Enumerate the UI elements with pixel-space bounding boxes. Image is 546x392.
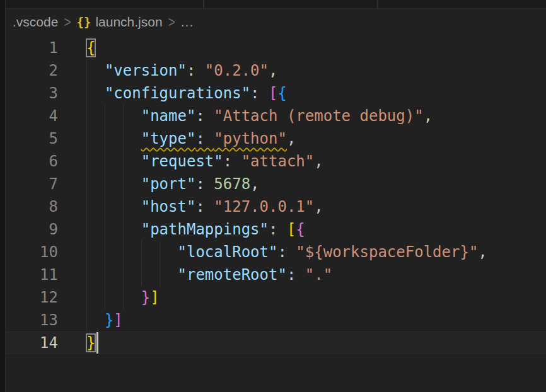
- line-body[interactable]: "port": 5678,: [58, 173, 546, 195]
- tab-bar[interactable]: [6, 0, 546, 9]
- indent-guide: [86, 150, 87, 173]
- breadcrumb: .vscode > {} launch.json > ...: [6, 9, 546, 34]
- indent-guide: [86, 82, 87, 105]
- line-number[interactable]: 3: [6, 82, 58, 105]
- line-body[interactable]: {: [58, 37, 546, 59]
- line-body[interactable]: "host": "127.0.0.1",: [58, 195, 546, 218]
- code-line[interactable]: 3 "configurations": [{: [6, 82, 546, 105]
- line-body[interactable]: "pathMappings": [{: [58, 218, 546, 241]
- chevron-right-icon: >: [64, 13, 71, 31]
- token-pun: ,: [424, 107, 433, 125]
- code-text: "localRoot": "${workspaceFolder}",: [86, 241, 487, 263]
- line-number[interactable]: 10: [6, 241, 58, 263]
- code-line[interactable]: 9 "pathMappings": [{: [6, 218, 546, 241]
- line-body[interactable]: }]: [58, 286, 546, 309]
- code-line[interactable]: 14}: [6, 331, 546, 354]
- token-ws: [86, 107, 141, 125]
- indent-guide: [123, 263, 124, 286]
- code-editor[interactable]: 1{2 "version": "0.2.0",3 "configurations…: [6, 34, 546, 392]
- line-number[interactable]: 9: [6, 218, 58, 241]
- indent-guide: [123, 150, 124, 173]
- token-pun: :: [223, 153, 241, 170]
- indent-guide: [160, 241, 160, 263]
- code-text: "pathMappings": [{: [86, 218, 305, 241]
- code-text: "request": "attach",: [86, 150, 323, 173]
- token-ws: [86, 84, 105, 102]
- line-body[interactable]: "configurations": [{: [58, 82, 546, 105]
- line-number[interactable]: 12: [6, 286, 58, 309]
- line-body[interactable]: }]: [58, 309, 546, 331]
- token-str: ".": [305, 266, 332, 284]
- line-number[interactable]: 11: [6, 263, 58, 286]
- line-number[interactable]: 1: [6, 37, 58, 59]
- token-b1: }: [86, 334, 95, 352]
- line-body[interactable]: "type": "python",: [58, 127, 546, 150]
- tab-divider: [203, 0, 204, 8]
- line-body[interactable]: "localRoot": "${workspaceFolder}",: [58, 241, 546, 263]
- code-text: "remoteRoot": ".": [86, 263, 332, 286]
- indent-guide: [105, 150, 105, 173]
- token-pun: ,: [314, 198, 323, 216]
- line-body[interactable]: "request": "attach",: [58, 150, 546, 173]
- breadcrumb-folder[interactable]: .vscode: [13, 14, 58, 30]
- token-num: 5678: [214, 175, 250, 193]
- indent-guide: [86, 309, 87, 331]
- token-ws: [86, 266, 178, 284]
- line-body[interactable]: }: [58, 331, 546, 354]
- line-number[interactable]: 4: [6, 105, 58, 127]
- token-pun: :: [195, 175, 214, 193]
- line-number[interactable]: 8: [6, 195, 58, 218]
- line-number[interactable]: 5: [6, 127, 58, 150]
- indent-guide: [86, 218, 87, 241]
- token-pun: ,: [269, 62, 277, 79]
- token-pun: ,: [250, 175, 259, 193]
- tab-divider: [377, 0, 378, 8]
- code-line[interactable]: 2 "version": "0.2.0",: [6, 59, 546, 82]
- token-key: "pathMappings": [141, 221, 269, 238]
- token-key: "version": [105, 62, 187, 79]
- code-line[interactable]: 1{: [6, 37, 546, 59]
- indent-guide: [123, 286, 124, 309]
- line-number[interactable]: 7: [6, 173, 58, 195]
- indent-guide: [105, 105, 105, 127]
- line-number[interactable]: 13: [6, 309, 58, 331]
- sidebar-edge: [0, 0, 6, 392]
- indent-guide: [86, 241, 87, 263]
- indent-guide: [160, 263, 160, 286]
- line-number[interactable]: 2: [6, 59, 58, 82]
- line-number[interactable]: 14: [6, 331, 58, 354]
- code-line[interactable]: 10 "localRoot": "${workspaceFolder}",: [6, 241, 546, 263]
- line-body[interactable]: "remoteRoot": ".": [58, 263, 546, 286]
- token-str: "127.0.0.1": [214, 198, 314, 216]
- text-cursor: [96, 332, 98, 354]
- breadcrumb-file[interactable]: launch.json: [95, 14, 162, 30]
- token-key: "port": [141, 175, 196, 193]
- token-ws: [86, 243, 178, 261]
- token-ws: [86, 198, 141, 216]
- indent-guide: [105, 195, 105, 218]
- code-line[interactable]: 12 }]: [6, 286, 546, 309]
- code-line[interactable]: 8 "host": "127.0.0.1",: [6, 195, 546, 218]
- line-body[interactable]: "name": "Attach (remote debug)",: [58, 105, 546, 127]
- token-b1: [: [287, 221, 296, 238]
- token-b1: {: [86, 39, 95, 57]
- token-b1: ]: [150, 289, 159, 306]
- line-number[interactable]: 6: [6, 150, 58, 173]
- code-line[interactable]: 7 "port": 5678,: [6, 173, 546, 195]
- breadcrumb-symbol-ellipsis[interactable]: ...: [181, 14, 194, 30]
- code-line[interactable]: 5 "type": "python",: [6, 127, 546, 150]
- token-b2: [: [269, 84, 277, 102]
- token-pun: ,: [314, 153, 323, 170]
- indent-guide: [141, 263, 142, 286]
- token-pun: :: [277, 243, 296, 261]
- code-line[interactable]: 11 "remoteRoot": ".": [6, 263, 546, 286]
- token-key: "request": [141, 153, 223, 170]
- code-line[interactable]: 4 "name": "Attach (remote debug)",: [6, 105, 546, 127]
- code-text: "type": "python",: [86, 127, 296, 150]
- token-ws: [86, 175, 141, 193]
- code-line[interactable]: 13 }]: [6, 309, 546, 331]
- code-line[interactable]: 6 "request": "attach",: [6, 150, 546, 173]
- token-b2: ]: [113, 311, 122, 329]
- indent-guide: [86, 127, 87, 150]
- line-body[interactable]: "version": "0.2.0",: [58, 59, 546, 82]
